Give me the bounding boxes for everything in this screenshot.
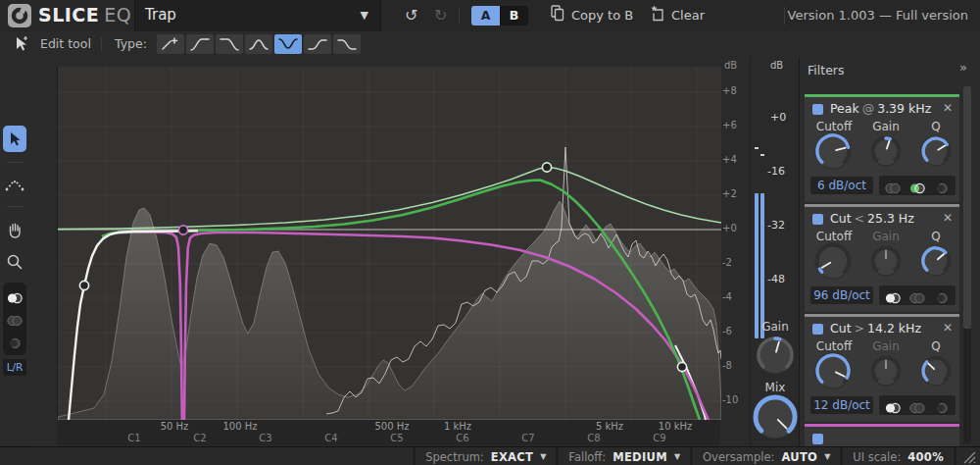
type-label: Type: [115, 36, 147, 51]
cutoff-knob[interactable] [814, 242, 852, 284]
master-gain-label: Gain [751, 320, 800, 334]
app-title: SLICEEQ [38, 4, 131, 26]
q-knob[interactable] [920, 245, 952, 281]
slope-selector[interactable]: 96 dB/oct [810, 286, 873, 304]
graph-area: 50 Hz 100 Hz 500 Hz 1 kHz 5 kHz 10 kHz C… [29, 57, 799, 446]
meter-bar-left [755, 193, 759, 338]
place-left-toggle[interactable] [884, 399, 902, 411]
preset-dropdown-icon: ▼ [361, 9, 368, 22]
mix-label: Mix [751, 381, 800, 394]
tool-rail: L/R [0, 57, 30, 446]
place-right-toggle[interactable] [933, 289, 951, 301]
falloff-dropdown[interactable]: Falloff:MEDIUM▼ [559, 447, 690, 465]
hand-tool-button[interactable] [3, 217, 26, 242]
cutoff-knob[interactable] [814, 352, 852, 393]
peak-handle[interactable] [542, 163, 551, 172]
channel-placement-group [879, 176, 956, 195]
close-filter-icon[interactable]: ✕ [943, 211, 953, 225]
gain-label: Gain [859, 230, 912, 243]
clear-button[interactable]: Clear [650, 5, 705, 25]
type-highshelf-icon[interactable] [333, 34, 361, 54]
spline-tool-button[interactable] [3, 173, 26, 196]
filter-title: Cut>14.2 kHz [830, 321, 921, 336]
eq-plot-svg [58, 67, 721, 420]
resize-grip[interactable] [956, 447, 980, 465]
frozen-spectrum [58, 201, 721, 420]
channel-both-view-toggle[interactable] [6, 289, 24, 301]
channel-left-view-toggle[interactable] [6, 312, 24, 324]
peak-filter-curve [58, 168, 721, 230]
cutoff-label: Cutoff [807, 339, 861, 353]
filter-card-lowcut: Cut<25.3 Hz ✕ Cutoff Gain Q 96 dB/oct [805, 204, 959, 312]
spline-icon [5, 178, 24, 191]
preset-selector[interactable]: Trap ▼ [134, 0, 381, 31]
place-both-toggle[interactable] [908, 180, 926, 191]
oversample-dropdown[interactable]: Oversample:AUTO▼ [693, 447, 840, 465]
lowcut-handle[interactable] [79, 281, 88, 289]
frequency-axis: 50 Hz 100 Hz 500 Hz 1 kHz 5 kHz 10 kHz C… [57, 420, 720, 445]
q-knob[interactable] [920, 355, 952, 390]
meter-bar-right [760, 193, 764, 338]
place-left-toggle[interactable] [884, 180, 902, 191]
meter-column: dB +0 -16 -32 -48 Gain Mix [750, 57, 800, 446]
slope-selector[interactable]: 12 dB/oct [810, 396, 873, 414]
filters-scrollbar-track[interactable] [963, 86, 971, 443]
undo-button[interactable]: ↺ [405, 5, 417, 26]
pointer-icon [8, 130, 23, 148]
slope-selector[interactable]: 6 dB/oct [810, 177, 873, 194]
channel-right-view-toggle[interactable] [6, 335, 24, 346]
gain-label: Gain [859, 120, 912, 133]
ab-a-button[interactable]: A [471, 6, 500, 26]
gain-knob[interactable] [870, 245, 902, 281]
type-notch-icon-selected[interactable] [274, 34, 302, 54]
copy-icon [551, 5, 564, 25]
copy-to-b-button[interactable]: Copy to B [551, 5, 633, 25]
place-both-toggle[interactable] [908, 289, 926, 301]
type-lowcut-icon[interactable] [186, 34, 214, 54]
q-label: Q [914, 230, 957, 243]
slice-eq-window: SLICEEQ Trap ▼ ↺ ↻ A B Copy to B Clear V… [0, 0, 980, 465]
filter-enable-checkbox[interactable] [812, 324, 823, 335]
highcut-handle[interactable] [677, 362, 686, 371]
filter-enable-checkbox[interactable] [812, 104, 823, 115]
cutoff-knob[interactable] [814, 132, 852, 174]
place-right-toggle[interactable] [933, 399, 951, 411]
filter-enable-checkbox[interactable] [812, 214, 823, 225]
type-peak-icon[interactable] [245, 34, 272, 54]
gain-knob[interactable] [870, 135, 902, 171]
spectrum-mode-dropdown[interactable]: Spectrum:EXACT▼ [416, 447, 556, 465]
ui-scale-control[interactable]: UI scale:400% [843, 447, 954, 465]
ab-b-button[interactable]: B [500, 6, 528, 26]
filter-title: Cut<25.3 Hz [830, 211, 914, 226]
type-free-icon[interactable] [157, 34, 184, 54]
notch-handle[interactable] [178, 226, 187, 234]
type-highcut-icon[interactable] [216, 34, 243, 54]
redo-button[interactable]: ↻ [434, 5, 447, 26]
zoom-tool-button[interactable] [3, 249, 26, 275]
collapse-panel-icon[interactable]: » [959, 60, 967, 75]
place-left-toggle[interactable] [884, 289, 902, 301]
eq-plot [57, 67, 721, 420]
close-filter-icon[interactable]: ✕ [943, 321, 953, 335]
divider [784, 7, 785, 25]
gain-knob[interactable] [870, 355, 902, 390]
pointer-tool-button[interactable] [3, 126, 26, 152]
channel-placement-group [879, 285, 956, 305]
edit-tool-cursor-icon [14, 34, 30, 58]
q-knob[interactable] [920, 135, 952, 171]
edit-toolbar: Edit tool Type: [0, 31, 980, 58]
filters-scrollbar-thumb[interactable] [963, 86, 971, 329]
place-right-toggle[interactable] [933, 180, 951, 191]
place-both-toggle[interactable] [908, 399, 926, 411]
master-gain-knob[interactable] [756, 336, 795, 379]
peak-hold-tick-right [760, 154, 764, 156]
channel-placement-group [879, 395, 956, 415]
preset-name: Trap [145, 6, 176, 24]
title-bar: SLICEEQ Trap ▼ ↺ ↻ A B Copy to B Clear V… [0, 0, 980, 32]
filter-enable-checkbox[interactable] [812, 434, 823, 444]
mix-knob[interactable] [753, 394, 798, 443]
close-filter-icon[interactable]: ✕ [943, 101, 953, 115]
gain-label: Gain [859, 339, 912, 353]
lr-mode-button[interactable]: L/R [3, 359, 26, 376]
type-lowshelf-icon[interactable] [304, 34, 331, 54]
